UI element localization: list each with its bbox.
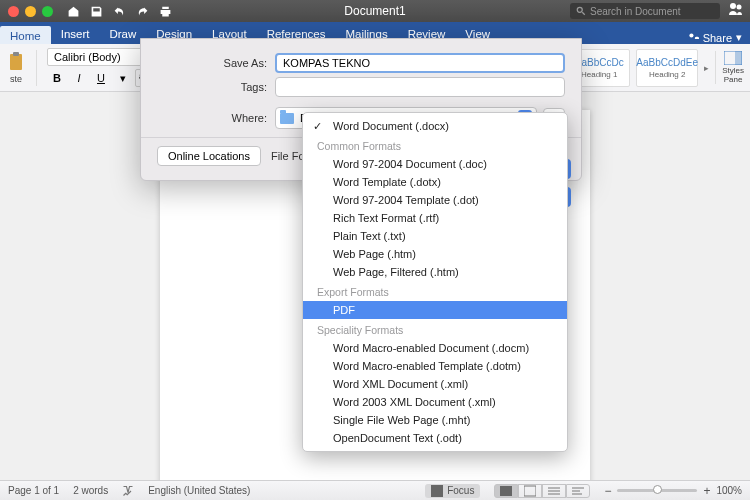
paste-icon [6, 52, 26, 72]
save-as-label: Save As: [157, 57, 267, 69]
print-icon[interactable] [159, 5, 172, 18]
share-button[interactable]: Share▾ [688, 31, 742, 44]
svg-point-1 [730, 3, 736, 9]
print-layout-view[interactable] [494, 484, 518, 498]
svg-rect-4 [10, 54, 22, 70]
format-option[interactable]: Word 2003 XML Document (.xml) [303, 393, 567, 411]
format-option-selected[interactable]: Word Document (.docx) [303, 117, 567, 135]
format-option[interactable]: OpenDocument Text (.odt) [303, 429, 567, 447]
zoom-thumb[interactable] [653, 485, 662, 494]
traffic-lights [8, 6, 53, 17]
format-option[interactable]: Word 97-2004 Template (.dot) [303, 191, 567, 209]
page-indicator[interactable]: Page 1 of 1 [8, 485, 59, 496]
language-indicator[interactable]: English (United States) [148, 485, 250, 496]
file-format-dropdown: Word Document (.docx) Common Formats Wor… [302, 112, 568, 452]
web-layout-view[interactable] [518, 484, 542, 498]
format-option-pdf[interactable]: PDF [303, 301, 567, 319]
bold-button[interactable]: B [47, 69, 67, 87]
format-option[interactable]: Word Macro-enabled Document (.docm) [303, 339, 567, 357]
font-name-select[interactable]: Calibri (Body) [47, 48, 143, 66]
search-in-document[interactable]: Search in Document [570, 3, 720, 19]
close-window-icon[interactable] [8, 6, 19, 17]
svg-rect-9 [500, 486, 512, 496]
svg-point-3 [689, 33, 693, 37]
format-option[interactable]: Web Page, Filtered (.htm) [303, 263, 567, 281]
svg-point-2 [737, 5, 742, 10]
format-option[interactable]: Web Page (.htm) [303, 245, 567, 263]
quick-access-toolbar [67, 5, 172, 18]
format-option[interactable]: Rich Text Format (.rtf) [303, 209, 567, 227]
format-option[interactable]: Word XML Document (.xml) [303, 375, 567, 393]
styles-group: AaBbCcDc Heading 1 AaBbCcDdEe Heading 2 … [568, 49, 744, 87]
fullscreen-window-icon[interactable] [42, 6, 53, 17]
outline-view[interactable] [542, 484, 566, 498]
word-count[interactable]: 2 words [73, 485, 108, 496]
zoom-out-icon[interactable]: − [604, 484, 611, 498]
format-option[interactable]: Single File Web Page (.mht) [303, 411, 567, 429]
folder-icon [280, 113, 294, 124]
collaborators-icon[interactable] [728, 1, 744, 21]
tags-label: Tags: [157, 81, 267, 93]
focus-icon [431, 485, 443, 497]
svg-point-0 [577, 7, 582, 12]
format-group-header: Speciality Formats [303, 319, 567, 339]
svg-rect-5 [13, 52, 19, 56]
zoom-slider[interactable] [617, 489, 697, 492]
tab-insert[interactable]: Insert [51, 24, 100, 44]
share-icon [688, 32, 699, 43]
svg-rect-8 [431, 485, 443, 497]
search-placeholder: Search in Document [590, 6, 681, 17]
format-group-header: Export Formats [303, 281, 567, 301]
tab-home[interactable]: Home [0, 26, 51, 46]
style-heading-2[interactable]: AaBbCcDdEe Heading 2 [636, 49, 698, 87]
online-locations-button[interactable]: Online Locations [157, 146, 261, 166]
separator [36, 50, 37, 86]
tags-input[interactable] [275, 77, 565, 97]
paste-button[interactable]: ste [6, 52, 26, 84]
where-label: Where: [157, 112, 267, 124]
svg-rect-7 [735, 51, 742, 65]
format-group-header: Common Formats [303, 135, 567, 155]
format-option[interactable]: Plain Text (.txt) [303, 227, 567, 245]
italic-button[interactable]: I [69, 69, 89, 87]
view-switcher [494, 484, 590, 498]
pane-icon [724, 51, 742, 65]
more-font-options[interactable]: ▾ [113, 69, 133, 87]
focus-mode-button[interactable]: Focus [425, 484, 480, 498]
styles-pane-button[interactable]: Styles Pane [715, 51, 744, 84]
format-option[interactable]: Word Template (.dotx) [303, 173, 567, 191]
svg-rect-10 [524, 486, 536, 496]
underline-button[interactable]: U [91, 69, 111, 87]
format-option[interactable]: Word 97-2004 Document (.doc) [303, 155, 567, 173]
zoom-in-icon[interactable]: + [703, 484, 710, 498]
zoom-control: − + 100% [604, 484, 742, 498]
format-option[interactable]: Word Macro-enabled Template (.dotm) [303, 357, 567, 375]
home-icon[interactable] [67, 5, 80, 18]
spellcheck-icon[interactable] [122, 485, 134, 497]
save-as-input[interactable] [275, 53, 565, 73]
styles-more-icon[interactable]: ▸ [704, 63, 709, 73]
draft-view[interactable] [566, 484, 590, 498]
undo-icon[interactable] [113, 5, 126, 18]
redo-icon[interactable] [136, 5, 149, 18]
status-bar: Page 1 of 1 2 words English (United Stat… [0, 480, 750, 500]
window-titlebar: Document1 Search in Document [0, 0, 750, 22]
save-icon[interactable] [90, 5, 103, 18]
minimize-window-icon[interactable] [25, 6, 36, 17]
zoom-level[interactable]: 100% [716, 485, 742, 496]
search-icon [576, 6, 586, 16]
